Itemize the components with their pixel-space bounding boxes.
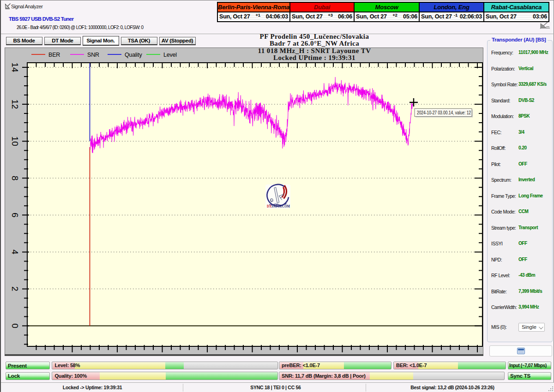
svg-text:4: 4 xyxy=(10,249,20,255)
svg-text:SNR: SNR xyxy=(87,52,99,58)
svg-text:8: 8 xyxy=(10,176,20,181)
svg-text:BER: BER xyxy=(48,52,60,58)
svg-text:Level: Level xyxy=(163,52,177,58)
svg-text:6: 6 xyxy=(10,213,20,218)
svg-text:DXSATCS.COM: DXSATCS.COM xyxy=(267,204,290,208)
svg-text:0: 0 xyxy=(10,323,20,328)
svg-text:14: 14 xyxy=(10,62,20,72)
svg-text:2: 2 xyxy=(10,286,20,291)
svg-text:Quality: Quality xyxy=(125,52,142,58)
svg-text:2024-10-27 03.00.14, value: 12: 2024-10-27 03.00.14, value: 12 xyxy=(417,110,471,115)
svg-text:12: 12 xyxy=(10,100,19,109)
svg-text:10: 10 xyxy=(10,137,20,146)
